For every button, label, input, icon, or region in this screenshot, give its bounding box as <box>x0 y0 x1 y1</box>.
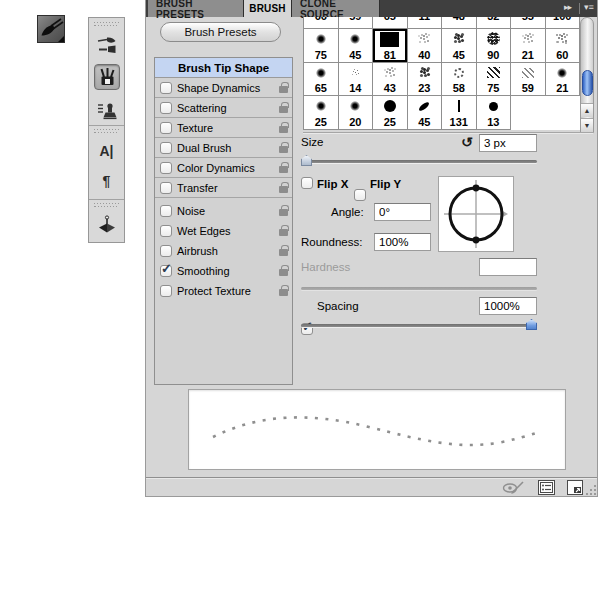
spacing-slider[interactable] <box>301 324 537 327</box>
brush-tip-cell-partial[interactable]: 65 <box>373 17 408 29</box>
tab-brush-presets[interactable]: BRUSH PRESETS <box>148 0 244 17</box>
brush-tip-cell[interactable]: 13 <box>477 96 512 130</box>
spacing-input[interactable] <box>479 297 537 315</box>
brush-tip-cell[interactable]: 131 <box>442 96 477 130</box>
scroll-up-arrow[interactable]: ▲ <box>581 103 593 117</box>
brush-tip-cell[interactable]: 45 <box>442 29 477 63</box>
brush-panel-icon[interactable] <box>94 64 120 90</box>
preset-manager-icon[interactable] <box>538 480 555 495</box>
setting-checkbox[interactable] <box>160 122 172 134</box>
tab-brush[interactable]: BRUSH <box>244 0 292 17</box>
clone-source-panel-icon[interactable] <box>94 98 120 124</box>
flip-x-checkbox[interactable] <box>301 177 313 189</box>
lock-icon[interactable] <box>279 269 288 276</box>
brush-tip-cell[interactable]: 59 <box>511 63 546 97</box>
brush-setting-row[interactable]: Protect Texture <box>155 281 292 301</box>
brush-tip-cell[interactable]: 21 <box>511 29 546 63</box>
brush-tip-cell-selected[interactable]: 81 <box>373 29 408 63</box>
brush-tip-cell[interactable]: 23 <box>408 63 443 97</box>
brush-setting-row[interactable]: Color Dynamics <box>155 158 292 178</box>
brush-tip-cell[interactable]: 45 <box>408 96 443 130</box>
spacing-slider-thumb[interactable] <box>526 319 537 330</box>
panel-menu-icon[interactable]: ▾≡ <box>584 2 594 12</box>
collapse-to-icons-icon[interactable]: ▸▸ <box>564 2 571 12</box>
brush-tip-cell[interactable]: 21 <box>546 63 581 97</box>
brush-tip-cell[interactable]: 45 <box>339 29 374 63</box>
brush-tip-cell[interactable]: 75 <box>477 63 512 97</box>
brush-tip-cell-partial[interactable]: 32 <box>477 17 512 29</box>
brush-setting-row[interactable]: Noise <box>155 201 292 221</box>
setting-checkbox[interactable] <box>160 102 172 114</box>
brush-setting-row[interactable]: Shape Dynamics <box>155 78 292 98</box>
brush-setting-row[interactable]: Scattering <box>155 98 292 118</box>
lock-icon[interactable] <box>279 126 288 133</box>
brush-tip-cell[interactable]: 65 <box>304 63 339 97</box>
brush-setting-row[interactable]: Smoothing <box>155 261 292 281</box>
brush-presets-button[interactable]: Brush Presets <box>160 22 281 42</box>
setting-checkbox[interactable] <box>160 285 172 297</box>
lock-icon[interactable] <box>279 186 288 193</box>
brush-tool-button[interactable] <box>37 15 65 43</box>
brush-preview-toggle-icon[interactable] <box>502 480 528 495</box>
brush-tip-cell[interactable]: 75 <box>304 29 339 63</box>
character-panel-icon[interactable]: A| <box>94 138 120 164</box>
flip-y-checkbox[interactable] <box>354 189 366 201</box>
brush-tip-cell[interactable]: 14 <box>339 63 374 97</box>
brush-tip-cell-partial[interactable]: 11 <box>408 17 443 29</box>
brush-setting-row[interactable]: Dual Brush <box>155 138 292 158</box>
setting-checkbox[interactable] <box>160 142 172 154</box>
size-slider-thumb[interactable] <box>301 155 312 166</box>
dock-drag-handle[interactable] <box>94 22 119 27</box>
brush-tip-cell[interactable]: 60 <box>546 29 581 63</box>
setting-checkbox[interactable] <box>160 182 172 194</box>
setting-checkbox[interactable] <box>160 245 172 257</box>
roundness-input[interactable] <box>374 233 431 251</box>
brush-tip-cell[interactable]: 43 <box>373 63 408 97</box>
brush-tip-cell-partial[interactable]: 55 <box>511 17 546 29</box>
brush-tip-shape-header[interactable]: Brush Tip Shape <box>155 58 292 78</box>
brush-tip-cell-partial[interactable]: 66 <box>304 17 339 29</box>
lock-icon[interactable] <box>279 249 288 256</box>
scroll-down-arrow[interactable]: ▼ <box>581 118 593 132</box>
brush-tip-cell-partial[interactable]: 100 <box>546 17 581 29</box>
brush-tip-cell[interactable]: 20 <box>339 96 374 130</box>
brush-setting-row[interactable]: Transfer <box>155 178 292 198</box>
3d-panel-icon[interactable] <box>94 212 120 238</box>
lock-icon[interactable] <box>279 289 288 296</box>
dock-drag-handle[interactable] <box>94 203 119 208</box>
setting-checkbox[interactable] <box>160 225 172 237</box>
brush-presets-panel-icon[interactable] <box>94 32 120 58</box>
setting-checkbox[interactable] <box>160 265 172 277</box>
resize-grip[interactable] <box>594 493 596 495</box>
lock-icon[interactable] <box>279 209 288 216</box>
brush-setting-row[interactable]: Airbrush <box>155 241 292 261</box>
lock-icon[interactable] <box>279 166 288 173</box>
new-brush-icon[interactable] <box>567 480 583 495</box>
brush-tip-cell[interactable]: 25 <box>304 96 339 130</box>
brush-tip-cell-partial[interactable]: 59 <box>339 17 374 29</box>
setting-checkbox[interactable] <box>160 205 172 217</box>
setting-checkbox[interactable] <box>160 82 172 94</box>
size-slider[interactable] <box>301 160 537 163</box>
brush-setting-row[interactable]: Wet Edges <box>155 221 292 241</box>
tab-clone-source[interactable]: CLONE SOURCE <box>292 0 380 17</box>
angle-roundness-dial[interactable] <box>438 176 514 252</box>
brush-tip-cell[interactable]: 25 <box>373 96 408 130</box>
paragraph-panel-icon[interactable]: ¶ <box>94 168 120 194</box>
grid-scrollbar[interactable]: ▲ ▼ <box>580 17 594 133</box>
brush-tip-cell[interactable]: 40 <box>408 29 443 63</box>
lock-icon[interactable] <box>279 229 288 236</box>
scrollbar-thumb[interactable] <box>582 70 593 96</box>
dock-drag-handle[interactable] <box>94 129 119 134</box>
lock-icon[interactable] <box>279 106 288 113</box>
brush-tip-cell[interactable]: 90 <box>477 29 512 63</box>
lock-icon[interactable] <box>279 86 288 93</box>
size-input[interactable] <box>479 134 537 152</box>
lock-icon[interactable] <box>279 146 288 153</box>
brush-tip-cell-partial[interactable]: 48 <box>442 17 477 29</box>
angle-input[interactable] <box>374 203 431 221</box>
setting-checkbox[interactable] <box>160 162 172 174</box>
reset-size-icon[interactable]: ↺ <box>461 134 473 150</box>
brush-tip-cell[interactable]: 58 <box>442 63 477 97</box>
brush-setting-row[interactable]: Texture <box>155 118 292 138</box>
